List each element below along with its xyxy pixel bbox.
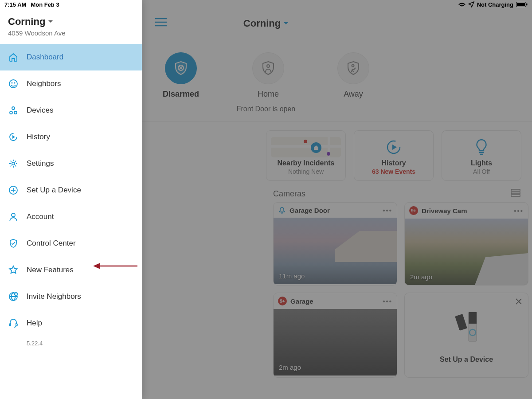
svg-rect-11 xyxy=(469,312,477,324)
tile-history[interactable]: History 63 New Events xyxy=(354,130,434,181)
map-thumbnail-icon xyxy=(271,137,341,157)
sidebar-item-label: New Features xyxy=(27,266,74,274)
plus-circle-icon xyxy=(8,185,19,196)
close-icon[interactable] xyxy=(515,297,523,307)
doorbell-icon xyxy=(278,206,286,214)
camera-card[interactable]: 9+ Driveway Cam ••• 2m ago xyxy=(404,202,528,286)
invite-icon xyxy=(8,291,19,302)
gear-icon xyxy=(8,158,19,169)
location-icon xyxy=(468,1,474,8)
sidebar-item-dashboard[interactable]: Dashboard xyxy=(0,44,142,70)
tile-title: History xyxy=(359,159,429,167)
location-address: 4059 Woodson Ave xyxy=(8,29,134,37)
event-badge: 9+ xyxy=(278,297,287,305)
chevron-down-icon xyxy=(283,22,289,25)
mode-away[interactable]: Away xyxy=(337,52,369,99)
location-selector[interactable]: Corning xyxy=(8,16,134,27)
svg-rect-1 xyxy=(517,3,525,6)
camera-card[interactable]: 9+ Garage ••• 2m ago xyxy=(273,293,397,378)
svg-point-21 xyxy=(12,162,15,165)
setup-device-card[interactable]: Set Up a Device xyxy=(404,293,528,378)
svg-rect-8 xyxy=(511,192,520,194)
svg-point-4 xyxy=(267,65,270,67)
svg-rect-10 xyxy=(469,312,477,341)
status-bar: 7:15 AM Mon Feb 3 Not Charging xyxy=(0,0,532,9)
svg-rect-9 xyxy=(511,195,520,196)
devices-icon xyxy=(8,105,19,116)
sidebar-item-label: Dashboard xyxy=(27,53,63,62)
camera-thumbnail[interactable]: 2m ago xyxy=(274,309,397,376)
cameras-heading: Cameras xyxy=(273,189,305,199)
chevron-down-icon xyxy=(48,20,53,23)
sidebar-item-label: Control Center xyxy=(27,239,76,248)
more-icon[interactable]: ••• xyxy=(383,297,392,305)
sidebar-item-label: Invite Neighbors xyxy=(27,292,81,301)
battery-icon xyxy=(516,2,528,7)
camera-thumbnail[interactable]: 11m ago xyxy=(274,218,397,284)
tile-title: Nearby Incidents xyxy=(271,159,341,167)
tile-sub: 63 New Events xyxy=(359,168,429,175)
more-icon[interactable]: ••• xyxy=(514,207,524,215)
hamburger-icon[interactable] xyxy=(155,18,167,28)
neighbors-icon xyxy=(8,78,19,89)
home-icon xyxy=(8,52,19,63)
location-name: Corning xyxy=(8,16,45,27)
sidebar-item-history[interactable]: History xyxy=(0,124,142,150)
svg-point-17 xyxy=(12,107,15,110)
svg-point-19 xyxy=(14,111,17,114)
mode-home-label: Home xyxy=(258,90,279,99)
svg-point-5 xyxy=(352,65,354,67)
tile-title: Lights xyxy=(446,159,516,167)
camera-timestamp: 2m ago xyxy=(279,364,301,371)
sidebar-item-devices[interactable]: Devices xyxy=(0,97,142,124)
svg-rect-7 xyxy=(511,189,520,191)
sidebar-item-help[interactable]: Help xyxy=(0,310,142,336)
lightbulb-icon xyxy=(446,137,516,157)
svg-point-16 xyxy=(14,82,15,83)
sidebar-item-label: Set Up a Device xyxy=(27,186,81,195)
svg-rect-2 xyxy=(526,4,528,6)
camera-name: Garage Door xyxy=(289,207,379,214)
tile-sub: All Off xyxy=(446,168,516,175)
svg-point-23 xyxy=(12,213,15,217)
camera-thumbnail[interactable]: 2m ago xyxy=(405,219,528,285)
svg-point-14 xyxy=(9,80,17,88)
more-icon[interactable]: ••• xyxy=(383,207,392,214)
history-icon xyxy=(8,132,19,142)
shield-check-icon xyxy=(8,238,19,249)
history-icon xyxy=(359,137,429,157)
sidebar-item-control-center[interactable]: Control Center xyxy=(0,230,142,257)
status-time: 7:15 AM xyxy=(4,1,26,8)
page-title-text: Corning xyxy=(243,18,281,29)
tile-sub: Nothing New xyxy=(271,168,341,175)
star-icon xyxy=(8,265,19,275)
sidebar-item-label: Neighbors xyxy=(27,79,61,88)
sidebar-item-settings[interactable]: Settings xyxy=(0,150,142,177)
camera-timestamp: 11m ago xyxy=(279,272,305,280)
mode-disarmed[interactable]: Disarmed xyxy=(163,52,199,99)
sidebar: Corning 4059 Woodson Ave Dashboard Neigh… xyxy=(0,0,142,399)
event-badge: 9+ xyxy=(409,206,418,215)
tile-lights[interactable]: Lights All Off xyxy=(442,130,521,181)
status-charge: Not Charging xyxy=(477,1,513,8)
camera-card[interactable]: Garage Door ••• 11m ago xyxy=(273,202,397,286)
sidebar-item-label: History xyxy=(27,133,50,141)
sidebar-item-setup-device[interactable]: Set Up a Device xyxy=(0,177,142,203)
camera-name: Garage xyxy=(290,297,379,305)
mode-home[interactable]: Home xyxy=(252,52,284,99)
sidebar-item-invite-neighbors[interactable]: Invite Neighbors xyxy=(0,283,142,310)
svg-rect-13 xyxy=(455,314,467,331)
sidebar-item-account[interactable]: Account xyxy=(0,203,142,230)
setup-device-label: Set Up a Device xyxy=(440,356,493,364)
list-view-icon[interactable] xyxy=(511,189,520,199)
tile-nearby-incidents[interactable]: Nearby Incidents Nothing New xyxy=(266,130,346,181)
sidebar-item-neighbors[interactable]: Neighbors xyxy=(0,70,142,97)
svg-point-6 xyxy=(387,141,400,153)
user-icon xyxy=(8,211,19,222)
sidebar-item-label: Help xyxy=(27,319,42,328)
status-date: Mon Feb 3 xyxy=(31,1,59,8)
svg-point-12 xyxy=(469,329,476,336)
svg-point-18 xyxy=(10,111,12,114)
app-version: 5.22.4 xyxy=(0,336,142,347)
camera-name: Driveway Cam xyxy=(422,207,510,215)
